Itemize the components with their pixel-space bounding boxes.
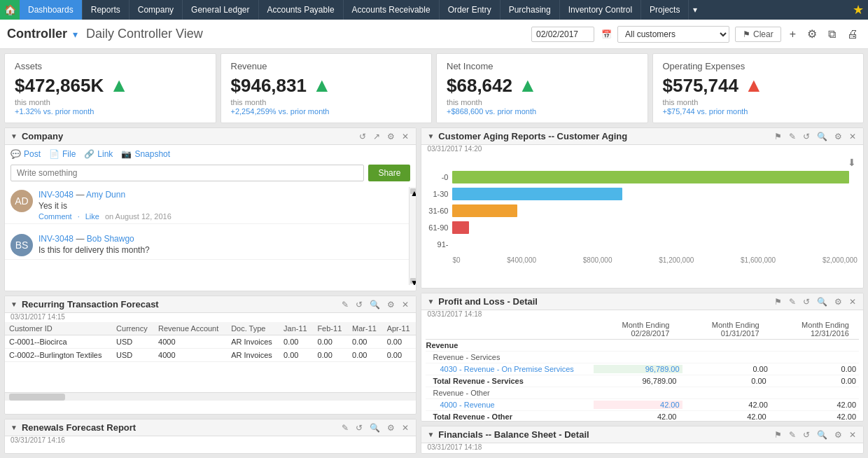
renewals-search-icon[interactable]: 🔍: [368, 423, 382, 433]
tab-post[interactable]: 💬 Post: [10, 149, 41, 159]
company-settings-icon[interactable]: ⚙: [386, 132, 396, 141]
pl-row-value: [676, 341, 767, 349]
add-widget-button[interactable]: +: [787, 27, 799, 42]
aging-close-icon[interactable]: ✕: [848, 132, 858, 141]
nav-reports[interactable]: Reports: [83, 0, 130, 20]
company-widget: ▼ Company ↺ ↗ ⚙ ✕ 💬 Post 📄: [4, 127, 416, 291]
nav-more-button[interactable]: ▾: [689, 5, 701, 15]
pl-refresh-icon[interactable]: ↺: [802, 297, 811, 307]
pl-row-value: 96,789.00: [594, 365, 682, 373]
scroll-down-arrow[interactable]: ▼: [410, 278, 416, 284]
recurring-search-icon[interactable]: 🔍: [368, 300, 382, 310]
col-mar: Mar-11: [348, 322, 383, 335]
pl-col-h1: Month Ending 02/28/2017: [582, 321, 672, 338]
financials-collapse-icon[interactable]: ▼: [427, 431, 434, 438]
company-feed: AD INV-3048 — Amy Dunn Yes it is Comment…: [5, 187, 416, 285]
nav-dashboards[interactable]: Dashboards: [20, 0, 83, 20]
clear-button[interactable]: ⚑ Clear: [735, 27, 781, 42]
aging-search-icon[interactable]: 🔍: [816, 132, 829, 141]
pl-row-value: 0.00: [769, 377, 859, 385]
aging-refresh-icon[interactable]: ↺: [802, 132, 811, 141]
share-button[interactable]: Share: [368, 165, 410, 181]
nav-general-ledger[interactable]: General Ledger: [183, 0, 258, 20]
pl-row-label: 4030 - Revenue - On Premise Services: [426, 365, 594, 373]
company-close-icon[interactable]: ✕: [400, 132, 410, 141]
nav-accounts-receivable[interactable]: Accounts Receivable: [344, 0, 440, 20]
bar-fill: [452, 221, 468, 234]
aging-collapse-icon[interactable]: ▼: [427, 132, 434, 140]
pl-filter-icon[interactable]: ⚑: [773, 297, 783, 307]
financials-settings-icon[interactable]: ⚙: [833, 430, 844, 440]
feed-link-2[interactable]: INV-3048: [38, 234, 74, 244]
company-collapse-icon[interactable]: ▼: [10, 132, 18, 140]
table-row: C-0001--BiocircaUSD4000AR Invoices0.000.…: [5, 335, 416, 349]
home-button[interactable]: 🏠: [0, 0, 20, 20]
customer-select[interactable]: All customers: [617, 26, 729, 43]
title-dropdown-icon[interactable]: ▾: [73, 29, 78, 40]
aging-edit-icon[interactable]: ✎: [788, 132, 797, 141]
nav-inventory-control[interactable]: Inventory Control: [560, 0, 641, 20]
kpi-net-income-sub: this month: [447, 98, 638, 106]
feed-author-2[interactable]: Bob Shawgo: [87, 234, 134, 244]
recurring-close-icon[interactable]: ✕: [400, 300, 410, 310]
pl-close-icon[interactable]: ✕: [848, 297, 858, 307]
feed-author-1[interactable]: Amy Dunn: [86, 190, 125, 200]
col-doc-type: Doc. Type: [227, 322, 279, 335]
recurring-widget-header: ▼ Recurring Transaction Forecast ✎ ↺ 🔍 ⚙…: [5, 296, 416, 313]
renewals-collapse-icon[interactable]: ▼: [10, 424, 18, 431]
print-button[interactable]: 🖨: [844, 27, 861, 42]
nav-purchasing[interactable]: Purchasing: [500, 0, 560, 20]
recurring-refresh-icon[interactable]: ↺: [354, 300, 364, 310]
tab-file[interactable]: 📄 File: [49, 149, 76, 159]
feed-link-1[interactable]: INV-3048: [38, 190, 74, 200]
recurring-settings-icon[interactable]: ⚙: [386, 300, 396, 310]
scroll-up-arrow[interactable]: ▲: [410, 188, 416, 194]
nav-projects[interactable]: Projects: [641, 0, 689, 20]
financials-edit-icon[interactable]: ✎: [788, 430, 797, 440]
financials-close-icon[interactable]: ✕: [848, 430, 858, 440]
renewals-settings-icon[interactable]: ⚙: [386, 423, 396, 433]
aging-widget: ▼ Customer Aging Reports -- Customer Agi…: [421, 127, 864, 289]
horizontal-scrollbar[interactable]: [5, 392, 416, 401]
pl-row-value: [679, 389, 769, 397]
aging-settings-icon[interactable]: ⚙: [833, 132, 844, 141]
pl-search-icon[interactable]: 🔍: [816, 297, 829, 307]
nav-company[interactable]: Company: [130, 0, 183, 20]
company-refresh-icon[interactable]: ↺: [358, 132, 368, 141]
renewals-close-icon[interactable]: ✕: [400, 423, 410, 433]
copy-button[interactable]: ⧉: [825, 27, 839, 42]
financials-filter-icon[interactable]: ⚑: [773, 430, 783, 440]
recurring-edit-icon[interactable]: ✎: [340, 300, 350, 310]
comment-link-1[interactable]: Comment: [38, 212, 72, 221]
aging-download-icon[interactable]: ⬇: [846, 157, 858, 168]
feed-scrollbar[interactable]: ▲ ▼: [409, 187, 416, 285]
recurring-table-container[interactable]: Customer ID Currency Revenue Account Doc…: [5, 322, 416, 392]
nav-accounts-payable[interactable]: Accounts Payable: [259, 0, 344, 20]
pl-row: Revenue: [426, 340, 859, 352]
pl-body[interactable]: Month Ending 02/28/2017 Month Ending 01/…: [421, 319, 863, 421]
col-customer-id: Customer ID: [5, 322, 112, 335]
kpi-assets: Assets $472,865K ▲ this month +1.32% vs.…: [4, 53, 216, 123]
pl-edit-icon[interactable]: ✎: [788, 297, 797, 307]
renewals-refresh-icon[interactable]: ↺: [354, 423, 364, 433]
renewals-edit-icon[interactable]: ✎: [340, 423, 350, 433]
financials-refresh-icon[interactable]: ↺: [802, 430, 811, 440]
pl-row-label: Revenue - Services: [426, 353, 589, 361]
like-link-1[interactable]: Like: [85, 212, 99, 221]
pl-widget-header: ▼ Profit and Loss - Detail ⚑ ✎ ↺ 🔍 ⚙ ✕: [421, 293, 863, 310]
financials-search-icon[interactable]: 🔍: [816, 430, 829, 440]
pl-settings-icon[interactable]: ⚙: [833, 297, 844, 307]
post-input[interactable]: [10, 165, 364, 181]
date-input[interactable]: [531, 27, 594, 42]
pl-row-value: [679, 353, 769, 361]
pl-rows: RevenueRevenue - Services4030 - Revenue …: [426, 340, 859, 421]
tab-link[interactable]: 🔗 Link: [84, 149, 113, 159]
company-external-icon[interactable]: ↗: [372, 132, 382, 141]
settings-button[interactable]: ⚙: [804, 26, 820, 42]
aging-filter-icon[interactable]: ⚑: [773, 132, 783, 141]
nav-order-entry[interactable]: Order Entry: [440, 0, 500, 20]
calendar-icon[interactable]: 📅: [601, 29, 612, 39]
pl-collapse-icon[interactable]: ▼: [427, 298, 434, 305]
recurring-collapse-icon[interactable]: ▼: [10, 300, 18, 308]
tab-snapshot[interactable]: 📷 Snapshot: [121, 149, 170, 159]
